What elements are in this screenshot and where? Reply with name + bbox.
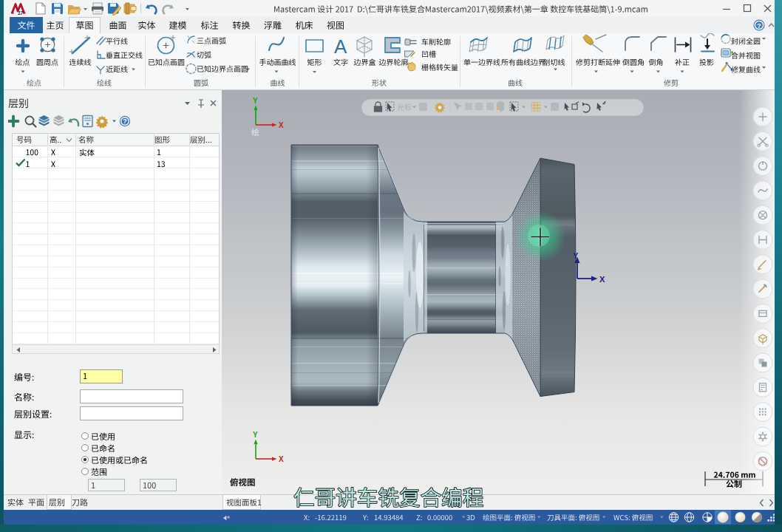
svg-text:X: X — [279, 121, 284, 129]
svg-text:17: 17 — [18, 10, 24, 16]
svg-text:?: ? — [757, 21, 761, 30]
svg-text:X: X — [599, 275, 605, 284]
svg-text:X: X — [279, 455, 284, 463]
svg-text:A: A — [334, 35, 347, 58]
svg-text:?: ? — [123, 117, 127, 125]
svg-text:Y: Y — [253, 431, 258, 439]
svg-text:Y: Y — [573, 251, 579, 260]
svg-text:Y: Y — [253, 97, 258, 105]
